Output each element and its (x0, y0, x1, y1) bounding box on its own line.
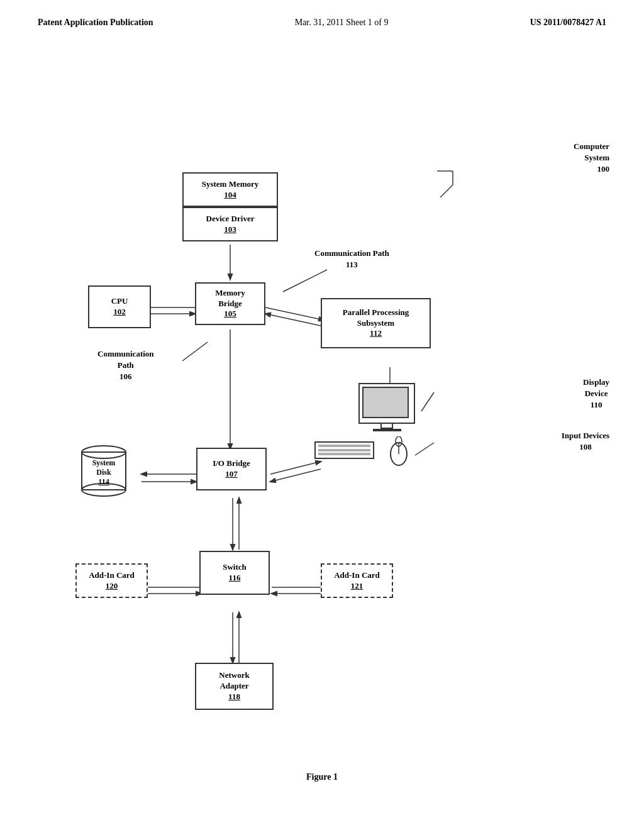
svg-line-5 (265, 307, 324, 320)
header: Patent Application Publication Mar. 31, … (0, 0, 644, 28)
device-driver-num: 103 (224, 224, 236, 235)
addin-card-121-label: Add-In Card (334, 570, 380, 581)
svg-line-21 (182, 342, 208, 361)
monitor-base (373, 429, 401, 431)
network-adapter-num: 118 (228, 692, 240, 702)
comm-path-106-label: CommunicationPath106 (97, 348, 154, 383)
system-memory-num: 104 (224, 190, 236, 201)
addin-card-120-label: Add-In Card (89, 570, 135, 581)
header-left: Patent Application Publication (38, 18, 153, 28)
memory-bridge-num: 105 (224, 309, 236, 319)
io-bridge-num: 107 (225, 469, 238, 480)
cpu-num: 102 (113, 307, 126, 318)
switch-num: 116 (229, 573, 241, 584)
diagram-arrows (0, 34, 644, 788)
monitor-screen-inner (362, 387, 409, 418)
memory-bridge-box: MemoryBridge 105 (195, 282, 265, 325)
svg-line-6 (265, 314, 324, 326)
addin-card-121-num: 121 (351, 581, 364, 592)
display-device-label: DisplayDevice110 (583, 377, 609, 411)
svg-line-24 (440, 185, 453, 197)
monitor-stand (380, 424, 393, 429)
addin-card-121-box: Add-In Card 121 (321, 563, 393, 598)
keyboard-icon (314, 441, 374, 459)
io-bridge-label: I/O Bridge (213, 458, 250, 469)
system-memory-box: System Memory 104 (182, 172, 278, 207)
cpu-label: CPU (111, 296, 128, 307)
figure-caption: Figure 1 (0, 772, 644, 782)
monitor-icon (358, 383, 415, 431)
computer-system-label: ComputerSystem100 (574, 141, 609, 175)
svg-line-11 (270, 469, 321, 482)
system-memory-label: System Memory (202, 179, 259, 190)
system-disk-icon: SystemDisk 114 (75, 440, 132, 505)
header-center: Mar. 31, 2011 Sheet 1 of 9 (295, 18, 389, 28)
device-driver-label: Device Driver (206, 214, 255, 224)
parallel-processing-num: 112 (370, 328, 382, 339)
addin-card-120-num: 120 (106, 581, 118, 592)
network-adapter-label: NetworkAdapter (219, 670, 249, 692)
memory-bridge-label: MemoryBridge (215, 288, 245, 309)
network-adapter-box: NetworkAdapter 118 (195, 663, 274, 710)
system-disk-num: 114 (98, 477, 109, 486)
svg-line-20 (283, 270, 327, 292)
device-driver-box: Device Driver 103 (182, 207, 278, 241)
svg-line-25 (421, 392, 434, 411)
input-devices-label: Input Devices108 (562, 430, 609, 453)
addin-card-120-box: Add-In Card 120 (75, 563, 148, 598)
header-right: US 2011/0078427 A1 (530, 18, 606, 28)
comm-path-113-label: Communication Path113 (314, 248, 389, 270)
monitor-screen (358, 383, 415, 424)
diagram-area: ComputerSystem100 System Memory 104 Devi… (0, 34, 644, 788)
io-bridge-box: I/O Bridge 107 (196, 448, 267, 490)
mouse-icon (388, 436, 410, 470)
svg-line-26 (415, 443, 434, 455)
svg-line-10 (270, 462, 321, 474)
parallel-processing-box: Parallel ProcessingSubsystem 112 (321, 298, 431, 348)
system-disk-label: SystemDisk (92, 458, 116, 477)
switch-label: Switch (223, 562, 247, 573)
cpu-box: CPU 102 (88, 285, 151, 328)
switch-box: Switch 116 (199, 551, 270, 595)
parallel-processing-label: Parallel ProcessingSubsystem (343, 307, 409, 329)
